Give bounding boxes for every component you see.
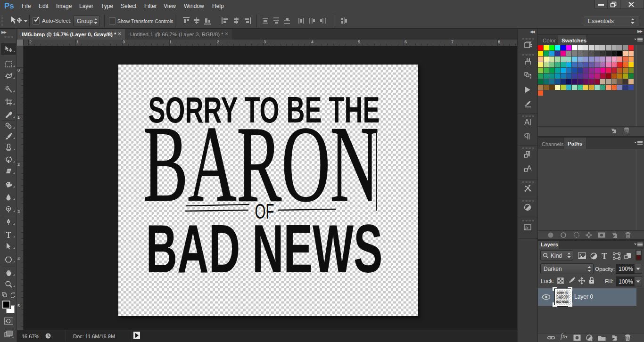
svg-text:BARON: BARON — [556, 294, 569, 300]
svg-text:SORRY TO: SORRY TO — [557, 291, 568, 294]
svg-text:fx: fx — [525, 225, 528, 230]
svg-text:BAD NEWS: BAD NEWS — [556, 300, 569, 304]
svg-text:▾: ▾ — [591, 338, 593, 342]
svg-text:BAD NEWS: BAD NEWS — [146, 211, 383, 287]
